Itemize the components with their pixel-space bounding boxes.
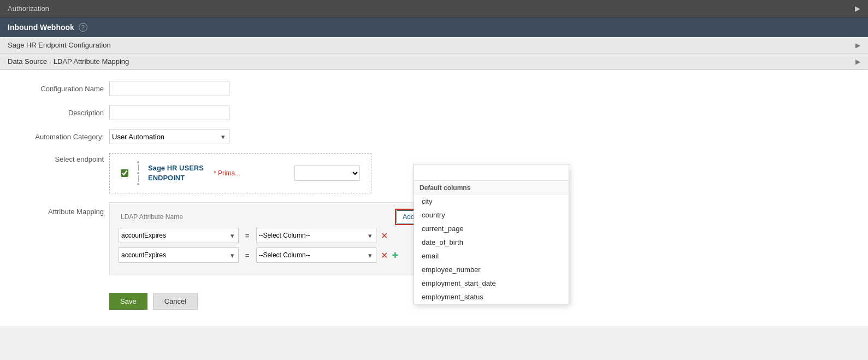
page-title: Inbound Webhook — [8, 23, 74, 32]
add-row-icon[interactable]: + — [392, 249, 399, 262]
ldap-attribute-select-2[interactable]: accountExpires — [119, 247, 239, 263]
automation-category-select[interactable]: User Automation Group Automation — [109, 129, 229, 144]
ldap-attribute-select-1[interactable]: accountExpires — [119, 228, 239, 243]
authorization-label: Authorization — [8, 4, 49, 13]
endpoint-name: Sage HR USERS ENDPOINT — [148, 163, 204, 183]
dropdown-item-current-page[interactable]: current_page — [414, 222, 569, 235]
dropdown-item-employment-start-date[interactable]: employment_start_date — [414, 276, 569, 290]
main-content: Configuration Name Description Automatio… — [0, 70, 868, 326]
ldap-col-header: LDAP Attribute Name — [119, 213, 239, 221]
description-row: Description — [16, 105, 852, 120]
column-select-1[interactable]: --Select Column-- — [256, 228, 376, 243]
header-bar: Inbound Webhook ? — [0, 17, 868, 37]
primary-badge: * Prima... — [214, 169, 240, 177]
endpoint-right-area — [294, 166, 360, 181]
breadcrumb-datasource[interactable]: Data Source - LDAP Attribute Mapping ▶ — [0, 54, 868, 70]
endpoint-type-select[interactable] — [294, 166, 360, 181]
select-endpoint-label: Select endpoint — [16, 153, 104, 163]
delete-row-2-icon[interactable]: ✕ — [381, 250, 388, 261]
ldap-select-wrapper-1: accountExpires — [119, 228, 239, 243]
delete-row-1-icon[interactable]: ✕ — [381, 231, 388, 241]
dropdown-item-country[interactable]: country — [414, 208, 569, 222]
automation-category-label: Automation Category: — [16, 133, 104, 141]
breadcrumb-label-2: Data Source - LDAP Attribute Mapping — [8, 57, 129, 66]
breadcrumb-label-1: Sage HR Endpoint Configuration — [8, 41, 111, 49]
endpoint-box: Sage HR USERS ENDPOINT * Prima... — [109, 153, 371, 193]
dropdown-item-city[interactable]: city — [414, 194, 569, 208]
save-button[interactable]: Save — [109, 293, 147, 310]
dropdown-item-date-of-birth[interactable]: date_of_birth — [414, 235, 569, 249]
endpoint-checkbox[interactable] — [121, 169, 128, 177]
automation-category-row: Automation Category: User Automation Gro… — [16, 129, 852, 144]
column-select-2[interactable]: --Select Column-- — [256, 247, 376, 263]
top-bar-arrow: ▶ — [855, 4, 860, 13]
attr-mapping-label: Attribute Mapping — [16, 202, 104, 216]
dropdown-item-employee-number[interactable]: employee_number — [414, 263, 569, 276]
automation-category-select-wrapper: User Automation Group Automation — [109, 129, 229, 144]
column-dropdown-overlay: Default columns city country current_pag… — [414, 164, 569, 304]
cancel-button[interactable]: Cancel — [153, 293, 198, 310]
top-bar: Authorization ▶ — [0, 0, 868, 17]
help-icon[interactable]: ? — [79, 23, 87, 32]
description-label: Description — [16, 109, 104, 117]
ldap-select-wrapper-2: accountExpires — [119, 247, 239, 263]
breadcrumb-arrow-1: ▶ — [855, 42, 860, 49]
dropdown-item-employment-status[interactable]: employment_status — [414, 290, 569, 304]
column-select-wrapper-2: --Select Column-- — [256, 247, 376, 263]
config-name-row: Configuration Name — [16, 81, 852, 96]
breadcrumb-arrow-2: ▶ — [855, 58, 860, 66]
description-input[interactable] — [109, 105, 229, 120]
column-select-wrapper-1: --Select Column-- — [256, 228, 376, 243]
config-name-label: Configuration Name — [16, 85, 104, 93]
dropdown-item-email[interactable]: email — [414, 249, 569, 263]
dropdown-search-input[interactable] — [414, 164, 569, 181]
dropdown-section-label: Default columns — [414, 181, 569, 194]
endpoint-connector — [137, 161, 139, 185]
equals-2: = — [243, 251, 252, 259]
config-name-input[interactable] — [109, 81, 229, 96]
equals-1: = — [243, 232, 252, 240]
breadcrumb-sage-hr[interactable]: Sage HR Endpoint Configuration ▶ — [0, 37, 868, 54]
